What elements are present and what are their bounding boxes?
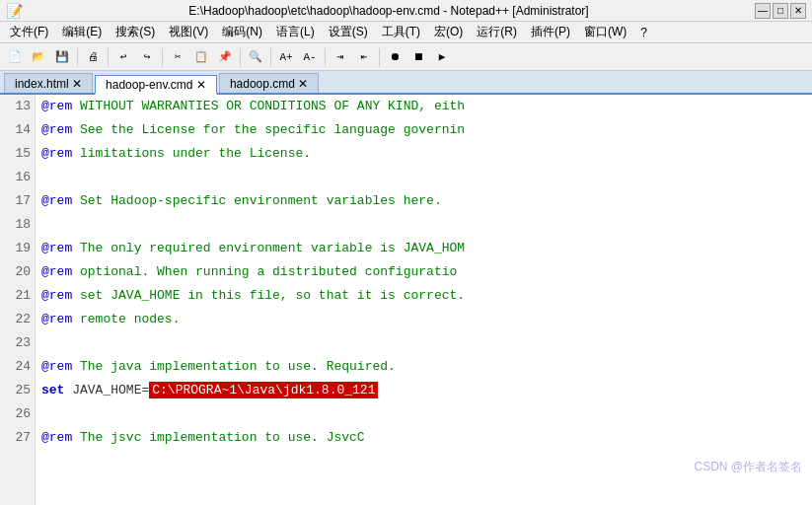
tab-bar: index.html ✕ hadoop-env.cmd ✕ hadoop.cmd… (0, 71, 812, 95)
keyword-rem: @rem (41, 359, 72, 374)
line-number: 18 (4, 213, 31, 237)
line-number: 19 (4, 237, 31, 260)
line-number: 23 (4, 331, 31, 355)
menu-item[interactable]: 运行(R) (471, 22, 523, 42)
play-macro-button[interactable]: ▶ (431, 46, 453, 68)
menu-item[interactable]: 设置(S) (323, 22, 374, 42)
code-content[interactable]: @rem WITHOUT WARRANTIES OR CONDITIONS OF… (36, 95, 812, 505)
comment-content: The java implementation to use. Required… (72, 359, 396, 374)
toolbar-sep-6 (325, 48, 326, 66)
minimize-button[interactable]: — (755, 3, 771, 19)
line-number: 17 (4, 189, 31, 213)
line-number: 24 (4, 355, 31, 379)
find-button[interactable]: 🔍 (245, 46, 266, 68)
tab-hadoop-env-cmd[interactable]: hadoop-env.cmd ✕ (95, 75, 217, 95)
undo-button[interactable]: ↩ (112, 46, 134, 68)
toolbar: 📄 📂 💾 🖨 ↩ ↪ ✂ 📋 📌 🔍 A+ A- ⇥ ⇤ ⏺ ⏹ ▶ (0, 43, 812, 71)
zoom-in-button[interactable]: A+ (275, 46, 297, 68)
line-number: 15 (4, 142, 31, 166)
save-button[interactable]: 💾 (51, 46, 73, 68)
keyword-rem: @rem (41, 312, 72, 326)
code-line: @rem limitations under the License. (41, 142, 806, 166)
keyword-rem: @rem (41, 264, 72, 279)
toolbar-sep-4 (240, 48, 241, 66)
code-line: @rem Set Hadoop-specific environment var… (41, 189, 806, 213)
keyword-rem: @rem (41, 146, 72, 161)
menu-item[interactable]: 搜索(S) (110, 22, 161, 42)
menu-item[interactable]: 编码(N) (216, 22, 268, 42)
comment-content: set JAVA_HOME in this file, so that it i… (72, 288, 465, 303)
stop-macro-button[interactable]: ⏹ (407, 46, 429, 68)
open-button[interactable]: 📂 (28, 46, 49, 68)
line-numbers: 131415161718192021222324252627 (0, 95, 36, 505)
code-line (41, 402, 806, 426)
comment-content: remote nodes. (72, 312, 180, 326)
comment-content: limitations under the License. (72, 146, 311, 161)
keyword-rem: @rem (41, 430, 72, 445)
new-button[interactable]: 📄 (4, 46, 26, 68)
code-line: @rem optional. When running a distribute… (41, 260, 806, 284)
tab-hadoop-cmd[interactable]: hadoop.cmd ✕ (219, 73, 319, 93)
line-number: 21 (4, 284, 31, 308)
toolbar-sep-2 (108, 48, 109, 66)
comment-content: optional. When running a distributed con… (72, 264, 457, 279)
menu-item[interactable]: 窗口(W) (578, 22, 632, 42)
menu-item[interactable]: 视图(V) (163, 22, 214, 42)
indent-button[interactable]: ⇥ (330, 46, 351, 68)
code-area[interactable]: 131415161718192021222324252627 @rem WITH… (0, 95, 812, 505)
code-line: set JAVA_HOME=C:\PROGRA~1\Java\jdk1.8.0_… (41, 379, 806, 402)
redo-button[interactable]: ↪ (136, 46, 158, 68)
maximize-button[interactable]: □ (773, 3, 788, 19)
keyword-rem: @rem (41, 122, 72, 137)
code-line: @rem set JAVA_HOME in this file, so that… (41, 284, 806, 308)
keyword-rem: @rem (41, 193, 72, 208)
java-home-value: C:\PROGRA~1\Java\jdk1.8.0_121 (149, 382, 378, 398)
code-line: @rem The only required environment varia… (41, 237, 806, 260)
toolbar-sep-3 (162, 48, 163, 66)
watermark: CSDN @作者名签名 (694, 459, 802, 475)
title-icon: 📝 (6, 3, 23, 19)
line-number: 20 (4, 260, 31, 284)
menu-item[interactable]: 插件(P) (525, 22, 576, 42)
cut-button[interactable]: ✂ (167, 46, 188, 68)
toolbar-sep-1 (77, 48, 78, 66)
code-line: @rem The jsvc implementation to use. Jsv… (41, 426, 806, 450)
menu-bar: 文件(F)编辑(E)搜索(S)视图(V)编码(N)语言(L)设置(S)工具(T)… (0, 22, 812, 43)
code-line: @rem WITHOUT WARRANTIES OR CONDITIONS OF… (41, 95, 806, 118)
copy-button[interactable]: 📋 (190, 46, 212, 68)
zoom-out-button[interactable]: A- (299, 46, 321, 68)
title-controls: — □ ✕ (755, 3, 806, 19)
line-number: 13 (4, 95, 31, 118)
close-button[interactable]: ✕ (790, 3, 806, 19)
line-number: 14 (4, 118, 31, 142)
code-line (41, 166, 806, 189)
comment-content: Set Hadoop-specific environment variable… (72, 193, 441, 208)
line-number: 22 (4, 308, 31, 331)
menu-item[interactable]: 编辑(E) (56, 22, 108, 42)
toolbar-sep-5 (270, 48, 271, 66)
tab-index-html[interactable]: index.html ✕ (4, 73, 93, 93)
line-number: 16 (4, 166, 31, 189)
code-line: @rem remote nodes. (41, 308, 806, 331)
keyword-rem: @rem (41, 241, 72, 255)
outdent-button[interactable]: ⇤ (353, 46, 375, 68)
menu-item[interactable]: 语言(L) (270, 22, 321, 42)
code-line: @rem The java implementation to use. Req… (41, 355, 806, 379)
keyword-set: set (41, 383, 64, 397)
line-number: 25 (4, 379, 31, 402)
print-button[interactable]: 🖨 (82, 46, 104, 68)
menu-item[interactable]: ? (634, 24, 653, 41)
menu-item[interactable]: 文件(F) (4, 22, 54, 42)
comment-content: The only required environment variable i… (72, 241, 465, 255)
menu-item[interactable]: 宏(O) (428, 22, 469, 42)
paste-button[interactable]: 📌 (214, 46, 236, 68)
comment-content: See the License for the specific languag… (72, 122, 465, 137)
title-bar: 📝 E:\Hadoop\hadoop\etc\hadoop\hadoop-env… (0, 0, 812, 22)
record-macro-button[interactable]: ⏺ (384, 46, 406, 68)
title-text: E:\Hadoop\hadoop\etc\hadoop\hadoop-env.c… (23, 4, 755, 18)
keyword-rem: @rem (41, 288, 72, 303)
menu-item[interactable]: 工具(T) (376, 22, 426, 42)
tab-hadoop-cmd-label: hadoop.cmd ✕ (230, 77, 308, 91)
line-number: 27 (4, 426, 31, 450)
code-line (41, 213, 806, 237)
